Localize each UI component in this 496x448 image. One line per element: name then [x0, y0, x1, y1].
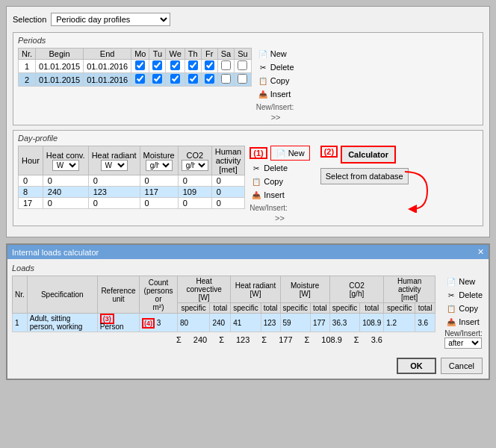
sum-row: Σ 240 Σ 123 Σ 177 Σ 108.9 Σ 3.6	[12, 335, 435, 344]
dayprofile-new-button[interactable]: 📄 New	[270, 146, 310, 161]
col-heatconv: Heat convective[W]	[177, 276, 230, 303]
row1-refunit: (3) Person	[97, 314, 139, 332]
periods-title: Periods	[18, 36, 478, 45]
col-mo: Mo	[131, 49, 149, 60]
calc-copy-button[interactable]: 📋 Copy	[444, 302, 484, 314]
dp-row0-heatrad: 0	[88, 175, 140, 187]
row2-su[interactable]	[235, 73, 251, 87]
annotation-1: (1)	[249, 147, 267, 159]
dp-row8-moisture: 117	[140, 187, 178, 198]
moisture-unit-dropdown[interactable]: g/h	[146, 160, 173, 171]
close-icon[interactable]: ✕	[477, 247, 484, 257]
dp-col-human: Humanactivity[met]	[211, 146, 244, 175]
table-row: 8 240 123 117 109 0	[19, 187, 245, 198]
row2-tu[interactable]	[149, 73, 166, 87]
select-from-db-button[interactable]: Select from database	[320, 168, 409, 184]
co2-unit-dropdown[interactable]: g/h	[182, 160, 208, 171]
col-heatconv-total: total	[210, 303, 231, 314]
loads-label: Loads	[12, 264, 484, 273]
periods-insert-button[interactable]: 📥 Insert	[256, 88, 296, 100]
col-we: We	[166, 49, 185, 60]
periods-side-buttons: 📄 New ✂ Delete 📋 Copy 📥 Insert New/Inser…	[256, 48, 296, 122]
heatrad-unit-dropdown[interactable]: W	[101, 160, 128, 171]
periods-area: Nr. Begin End Mo Tu We Th Fr Sa Su 1	[18, 48, 478, 122]
periods-new-insert-label: New/Insert:	[256, 103, 296, 111]
col-human: Human activity[met]	[384, 276, 435, 303]
row2-sa[interactable]	[217, 73, 234, 87]
row1-spec: Adult, sitting person, working	[27, 314, 97, 332]
col-heatrad-total: total	[261, 303, 280, 314]
col-count: Count(persons orm²)	[140, 276, 178, 314]
dayprofile-title: Day-profile	[18, 134, 478, 143]
row1-co2-total: 108.9	[360, 314, 384, 332]
row1-we[interactable]	[166, 60, 185, 73]
row2-th[interactable]	[185, 73, 201, 87]
selection-dropdown[interactable]: Periodic day profiles Weekly profile Ann…	[51, 13, 170, 26]
dayprofile-insert-button[interactable]: 📥 Insert	[249, 189, 309, 201]
periods-new-button[interactable]: 📄 New	[256, 48, 296, 60]
dayprofile-arrows-button[interactable]: >>	[249, 214, 309, 223]
row1-nr: 1	[13, 314, 28, 332]
copy-icon: 📋	[258, 75, 268, 86]
calc-content: Loads Nr. Specification Referenceunit Co…	[7, 259, 489, 353]
dayprofile-copy-button[interactable]: 📋 Copy	[249, 175, 309, 187]
calc-insert-button[interactable]: 📥 Insert	[444, 316, 484, 328]
dp-row17-heatrad: 0	[88, 198, 140, 209]
col-co2-total: total	[360, 303, 384, 314]
ok-button[interactable]: OK	[397, 358, 436, 374]
col-refunit: Referenceunit	[97, 276, 139, 314]
sum-heatconv: 240	[193, 335, 207, 344]
selection-label: Selection	[13, 15, 46, 24]
col-heatrad-spec: specific	[231, 303, 261, 314]
row2-mo[interactable]	[131, 73, 149, 87]
cancel-button[interactable]: Cancel	[441, 358, 483, 374]
row1-tu[interactable]	[149, 60, 166, 73]
dp-row0-hour: 0	[19, 175, 43, 187]
row1-human-spec: 1.2	[384, 314, 415, 332]
copy-icon: 📋	[251, 176, 261, 187]
dp-row17-human: 0	[211, 198, 244, 209]
calculator-button[interactable]: Calculator	[341, 146, 396, 164]
row1-mo[interactable]	[131, 60, 149, 73]
calc-new-button[interactable]: 📄 New	[444, 276, 484, 287]
dp-col-heatconv: Heat conv. W	[43, 146, 88, 175]
selection-row: Selection Periodic day profiles Weekly p…	[13, 13, 483, 26]
heatconv-unit-dropdown[interactable]: W	[52, 160, 79, 171]
periods-copy-button[interactable]: 📋 Copy	[256, 75, 296, 87]
row2-fr[interactable]	[201, 73, 217, 87]
dp-row0-moisture: 0	[140, 175, 178, 187]
dayprofile-delete-button[interactable]: ✂ Delete	[249, 162, 309, 174]
loads-table: Nr. Specification Referenceunit Count(pe…	[12, 276, 435, 332]
calc-title: Internal loads calculator	[12, 248, 99, 257]
row1-fr[interactable]	[201, 60, 217, 73]
after-dropdown[interactable]: after before	[444, 337, 482, 349]
new-icon: 📄	[276, 148, 286, 158]
copy-icon: 📋	[446, 303, 456, 314]
calc-delete-button[interactable]: ✂ Delete	[444, 289, 484, 301]
annotation-4: (4)	[142, 318, 155, 329]
col-spec: Specification	[27, 276, 97, 314]
sum-human: 3.6	[371, 335, 382, 344]
row1-end: 01.01.2016	[84, 60, 131, 73]
col-nr: Nr.	[13, 276, 28, 314]
dp-col-heatrad: Heat radiant W	[88, 146, 140, 175]
dp-row8-co2: 109	[178, 187, 211, 198]
row1-su[interactable]	[235, 60, 251, 73]
sum-co2: 108.9	[321, 335, 342, 344]
calc-titlebar: Internal loads calculator ✕	[7, 245, 489, 259]
row1-moisture-spec: 59	[280, 314, 310, 332]
dp-row0-heatconv: 0	[43, 175, 88, 187]
loads-area: Nr. Specification Referenceunit Count(pe…	[12, 276, 484, 349]
periods-arrows-button[interactable]: >>	[256, 113, 296, 122]
delete-icon: ✂	[446, 290, 456, 300]
delete-icon: ✂	[258, 62, 268, 72]
table-row: 0 0 0 0 0 0	[19, 175, 245, 187]
row1-sa[interactable]	[217, 60, 234, 73]
row1-begin: 01.01.2015	[36, 60, 84, 73]
dayprofile-new-insert-label: New/Insert:	[249, 204, 309, 212]
periods-delete-button[interactable]: ✂ Delete	[256, 61, 296, 73]
red-arrow-decoration	[401, 168, 431, 214]
row1-th[interactable]	[185, 60, 201, 73]
col-heatconv-spec: specific	[177, 303, 209, 314]
row2-we[interactable]	[166, 73, 185, 87]
